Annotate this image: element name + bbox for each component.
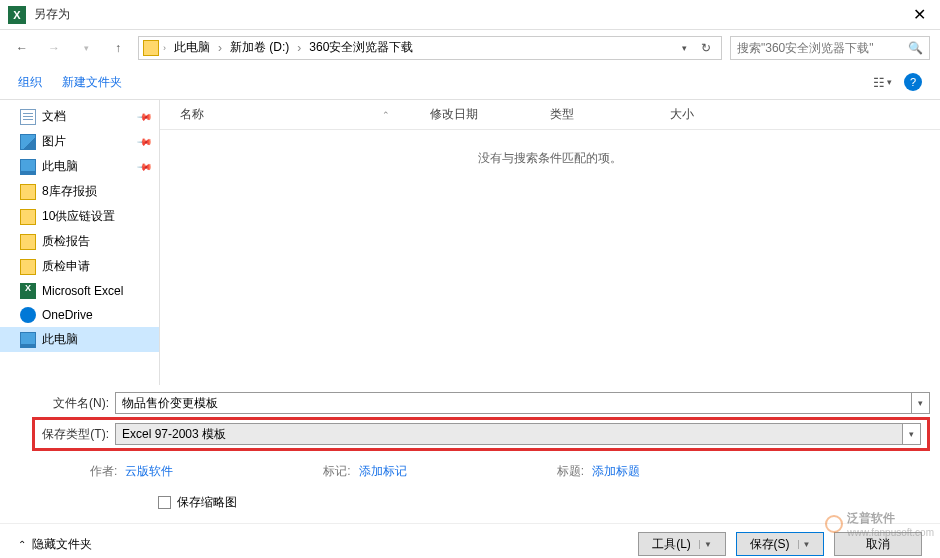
breadcrumb-item[interactable]: 360安全浏览器下载 [305,37,417,58]
up-button[interactable]: ↑ [106,36,130,60]
filetype-label: 保存类型(T): [35,426,115,443]
chevron-up-icon: ⌃ [18,539,26,550]
filename-dropdown-icon[interactable]: ▾ [912,392,930,414]
search-icon[interactable]: 🔍 [908,41,923,55]
empty-message: 没有与搜索条件匹配的项。 [160,130,940,385]
filetype-input[interactable] [115,423,903,445]
excel-icon [20,283,36,299]
tree-item[interactable]: 10供应链设置 [0,204,159,229]
excel-icon [8,6,26,24]
refresh-icon[interactable]: ↻ [695,37,717,59]
doc-icon [20,109,36,125]
filename-label: 文件名(N): [0,395,115,412]
column-type[interactable]: 类型 [530,106,650,123]
tag-value[interactable]: 添加标记 [359,463,407,480]
address-bar[interactable]: › 此电脑 › 新加卷 (D:) › 360安全浏览器下载 ▾ ↻ [138,36,722,60]
pin-icon: 📌 [137,158,153,174]
tree-item[interactable]: 此电脑📌 [0,154,159,179]
tree-item-label: 质检申请 [42,258,90,275]
search-input[interactable]: 🔍 [730,36,930,60]
tree-item-label: 10供应链设置 [42,208,115,225]
address-dropdown-icon[interactable]: ▾ [673,37,695,59]
tree-item-label: 此电脑 [42,331,78,348]
search-field[interactable] [737,41,904,55]
folder-icon [20,234,36,250]
img-icon [20,134,36,150]
filetype-highlight: 保存类型(T): ▾ [32,417,930,451]
tree-item[interactable]: 文档📌 [0,104,159,129]
recent-dropdown[interactable]: ▾ [74,36,98,60]
back-button[interactable]: ← [10,36,34,60]
tools-button[interactable]: 工具(L)▼ [638,532,726,556]
column-date[interactable]: 修改日期 [410,106,530,123]
organize-button[interactable]: 组织 [18,74,42,91]
thumbnail-checkbox[interactable] [158,496,171,509]
folder-icon [20,209,36,225]
view-options-button[interactable]: ☷▾ [873,75,892,90]
save-button[interactable]: 保存(S)▼ [736,532,824,556]
breadcrumb: 此电脑 › 新加卷 (D:) › 360安全浏览器下载 [170,37,669,58]
tag-label: 标记: [323,463,350,480]
tree-item-label: 文档 [42,108,66,125]
column-name[interactable]: 名称⌃ [160,106,410,123]
watermark: 泛普软件 www.fanpusoft.com [825,510,934,538]
breadcrumb-item[interactable]: 此电脑 [170,37,214,58]
author-label: 作者: [90,463,117,480]
author-value[interactable]: 云版软件 [125,463,173,480]
tree-item[interactable]: Microsoft Excel [0,279,159,303]
folder-icon [143,40,159,56]
window-title: 另存为 [34,6,907,23]
folder-icon [20,184,36,200]
pin-icon: 📌 [137,133,153,149]
title-meta-value[interactable]: 添加标题 [592,463,640,480]
folder-tree: 文档📌图片📌此电脑📌8库存报损10供应链设置质检报告质检申请Microsoft … [0,100,160,385]
tree-item[interactable]: 质检申请 [0,254,159,279]
new-folder-button[interactable]: 新建文件夹 [62,74,122,91]
tree-item[interactable]: OneDrive [0,303,159,327]
tree-item-label: 8库存报损 [42,183,97,200]
tree-item-label: OneDrive [42,308,93,322]
tree-item[interactable]: 此电脑 [0,327,159,352]
chevron-down-icon: ▼ [699,540,712,549]
watermark-logo-icon [825,515,843,533]
tree-item-label: 此电脑 [42,158,78,175]
tree-item[interactable]: 8库存报损 [0,179,159,204]
help-icon[interactable]: ? [904,73,922,91]
thumbnail-label[interactable]: 保存缩略图 [177,494,237,511]
filetype-dropdown-icon[interactable]: ▾ [903,423,921,445]
close-icon[interactable]: ✕ [907,5,932,24]
pc-icon [20,159,36,175]
tree-item-label: 质检报告 [42,233,90,250]
title-meta-label: 标题: [557,463,584,480]
folder-icon [20,259,36,275]
tree-item[interactable]: 图片📌 [0,129,159,154]
forward-button[interactable]: → [42,36,66,60]
hide-folders-button[interactable]: ⌃ 隐藏文件夹 [18,536,92,553]
pc-icon [20,332,36,348]
filename-input[interactable] [115,392,912,414]
tree-item[interactable]: 质检报告 [0,229,159,254]
chevron-down-icon: ▼ [798,540,811,549]
column-size[interactable]: 大小 [650,106,750,123]
pin-icon: 📌 [137,108,153,124]
sort-icon: ⌃ [382,110,390,120]
tree-item-label: 图片 [42,133,66,150]
breadcrumb-item[interactable]: 新加卷 (D:) [226,37,293,58]
tree-item-label: Microsoft Excel [42,284,123,298]
onedrive-icon [20,307,36,323]
